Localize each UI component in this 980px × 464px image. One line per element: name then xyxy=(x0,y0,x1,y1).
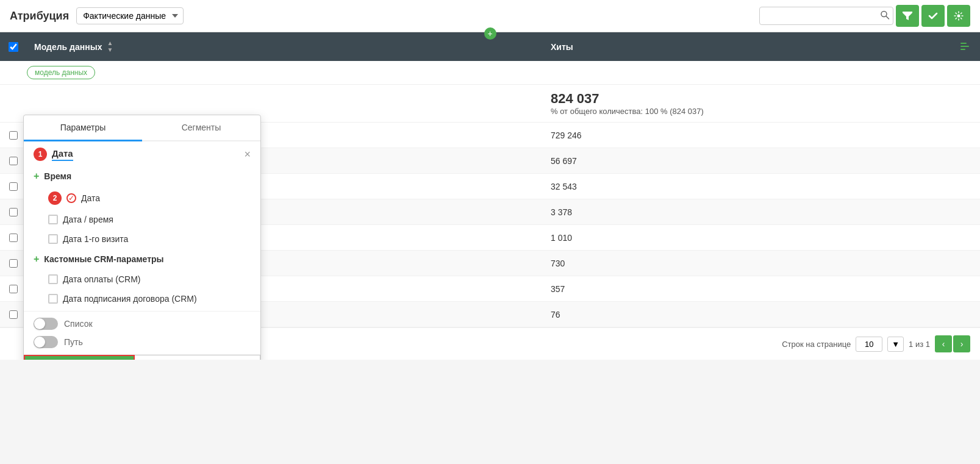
panel-tabs: Параметры Сегменты xyxy=(24,115,260,141)
total-hits-sub: % от общего количества: 100 % (824 037) xyxy=(551,107,970,116)
search-input[interactable] xyxy=(759,7,893,25)
item-crm-contract-label: Дата подписания договора (CRM) xyxy=(63,294,197,304)
item-first-visit[interactable]: Дата 1-го визита xyxy=(24,229,260,249)
panel-toggles: Список Путь xyxy=(24,311,260,354)
row-value-1: 56 697 xyxy=(541,150,980,172)
plus-icon: + xyxy=(34,171,39,182)
rows-per-page-label: Строк на странице xyxy=(782,340,851,349)
row-checkbox-0[interactable] xyxy=(9,131,18,140)
row-value-2: 32 543 xyxy=(541,176,980,198)
toggle-path-thumb xyxy=(34,337,45,348)
row-checkbox-6[interactable] xyxy=(9,285,18,293)
cancel-button[interactable]: Отмена xyxy=(135,355,261,360)
next-page-button[interactable]: › xyxy=(953,335,970,352)
table-header: Модель данных ▲ ▼ + Хиты xyxy=(0,32,980,61)
toggle-list-label: Список xyxy=(64,319,93,329)
toggle-list-row: Список xyxy=(34,318,251,330)
prev-page-button[interactable]: ‹ xyxy=(935,335,952,352)
panel-close-button[interactable]: × xyxy=(244,149,251,160)
group-time-label: Время xyxy=(44,171,71,181)
step-1-badge: 1 xyxy=(34,148,47,161)
svg-rect-3 xyxy=(960,46,969,47)
item-crm-payment[interactable]: Дата оплаты (CRM) xyxy=(24,269,260,289)
row-value-0: 729 246 xyxy=(541,124,980,146)
item-crm-contract-checkbox[interactable] xyxy=(48,294,58,304)
hits-column-header: Хиты xyxy=(541,32,980,61)
tag-row: модель данных xyxy=(0,61,980,85)
total-hits: 824 037 xyxy=(551,91,970,107)
svg-rect-5 xyxy=(960,49,965,50)
page-info: 1 из 1 xyxy=(909,340,930,349)
svg-line-1 xyxy=(886,16,889,20)
add-column-button[interactable]: + xyxy=(484,27,496,40)
crm-plus-icon: + xyxy=(34,254,39,265)
pagination-nav: ‹ › xyxy=(935,335,970,352)
search-wrapper xyxy=(759,7,893,25)
apply-button[interactable]: Применить xyxy=(24,355,135,360)
row-checkbox-5[interactable] xyxy=(9,259,18,268)
row-value-3: 3 378 xyxy=(541,201,980,223)
main-content: Модель данных ▲ ▼ + Хиты модель данных 8… xyxy=(0,32,980,360)
apply-filter-button[interactable] xyxy=(921,5,945,27)
data-model-tag[interactable]: модель данных xyxy=(27,66,95,79)
model-column-header: Модель данных ▲ ▼ xyxy=(27,32,541,61)
header-actions xyxy=(759,5,970,27)
row-checkbox-7[interactable] xyxy=(9,310,18,319)
item-first-visit-label: Дата 1-го визита xyxy=(63,234,128,244)
row-value-6: 357 xyxy=(541,278,980,300)
item-datetime[interactable]: Дата / время xyxy=(24,210,260,229)
row-value-4: 1 010 xyxy=(541,227,980,249)
group-crm[interactable]: + Кастомные CRM-параметры xyxy=(24,249,260,269)
toggle-path-label: Путь xyxy=(64,337,83,347)
tab-params[interactable]: Параметры xyxy=(24,115,142,141)
rows-per-page-dropdown[interactable]: ▼ xyxy=(887,337,904,352)
item-data[interactable]: 2 ✓ Дата xyxy=(24,187,260,210)
rows-per-page-input[interactable] xyxy=(856,337,882,352)
sort-down-icon: ▼ xyxy=(107,47,113,53)
row-value-5: 730 xyxy=(541,252,980,274)
panel-title-row: 1 Дата × xyxy=(24,141,260,163)
item-first-visit-checkbox[interactable] xyxy=(48,234,58,244)
item-crm-payment-label: Дата оплаты (CRM) xyxy=(63,274,140,284)
row-checkbox-4[interactable] xyxy=(9,234,18,242)
group-crm-label: Кастомные CRM-параметры xyxy=(44,254,163,264)
row-checkbox-2[interactable] xyxy=(9,182,18,191)
item-crm-contract[interactable]: Дата подписания договора (CRM) xyxy=(24,289,260,309)
select-all-checkbox[interactable] xyxy=(9,42,18,52)
hits-edit-button[interactable] xyxy=(959,40,970,54)
search-icon-button[interactable] xyxy=(880,10,890,22)
params-dropdown-panel: Параметры Сегменты 1 Дата × + Время 2 ✓ xyxy=(23,115,261,360)
data-type-select[interactable]: Фактические данные Прогноз xyxy=(76,7,184,24)
filter-button[interactable] xyxy=(896,5,919,27)
svg-point-2 xyxy=(957,15,960,18)
item-data-label: Дата xyxy=(81,193,100,203)
tab-segments[interactable]: Сегменты xyxy=(142,115,260,141)
panel-footer: 3 Применить Отмена xyxy=(24,354,260,360)
toggle-path[interactable] xyxy=(34,336,58,348)
sort-up-icon: ▲ xyxy=(107,40,113,46)
item-data-checkbox[interactable]: ✓ xyxy=(66,193,76,203)
row-value-7: 76 xyxy=(541,304,980,326)
toggle-list-thumb xyxy=(34,318,45,329)
panel-title: Дата xyxy=(52,148,73,161)
header-checkbox-cell[interactable] xyxy=(0,32,27,61)
step-2-badge: 2 xyxy=(48,191,62,205)
item-datetime-checkbox[interactable] xyxy=(48,215,58,224)
sort-arrows[interactable]: ▲ ▼ xyxy=(107,40,113,53)
svg-rect-4 xyxy=(960,43,967,44)
group-time[interactable]: + Время xyxy=(24,166,260,187)
toggle-list[interactable] xyxy=(34,318,58,330)
toggle-path-row: Путь xyxy=(34,336,251,348)
app-title: Атрибуция xyxy=(10,10,69,23)
panel-list: + Время 2 ✓ Дата Дата / время Дата 1-го … xyxy=(24,163,260,311)
item-crm-payment-checkbox[interactable] xyxy=(48,274,58,284)
row-checkbox-1[interactable] xyxy=(9,157,18,165)
hits-column-label: Хиты xyxy=(551,42,573,52)
item-datetime-label: Дата / время xyxy=(63,215,113,224)
settings-button[interactable] xyxy=(947,5,970,27)
row-checkbox-3[interactable] xyxy=(9,208,18,216)
model-column-label: Модель данных xyxy=(34,42,102,52)
